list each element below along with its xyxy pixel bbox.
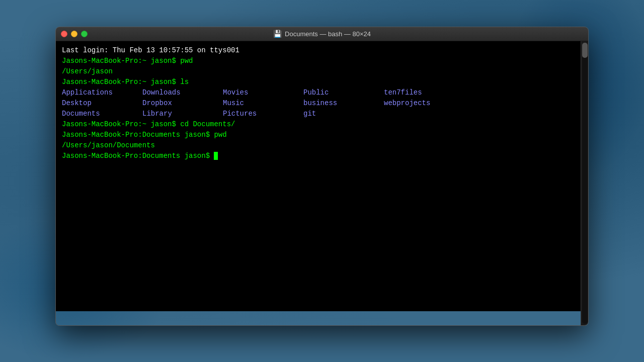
prompt-line-3: Jasons-MacBook-Pro:~ jason$ cd Documents… [62,119,575,130]
dir-ten7files: ten7files [384,87,464,98]
title-bar: 💾 Documents — bash — 80×24 [56,27,588,41]
dir-business: business [303,98,384,109]
dir-applications: Applications [62,87,142,98]
window-controls [61,31,88,37]
directory-listing: Applications Downloads Movies Public ten… [62,87,575,119]
dir-library: Library [142,109,223,119]
dir-public: Public [303,87,384,98]
dir-webprojects: webprojects [384,98,464,109]
terminal-cursor [214,152,218,160]
prompt-line-4: Jasons-MacBook-Pro:Documents jason$ pwd [62,130,575,140]
scrollbar-track [582,43,588,324]
dir-music: Music [223,98,303,109]
dir-desktop: Desktop [62,98,142,109]
pwd-output-4: /Users/jason/Documents [62,140,575,151]
dir-pictures: Pictures [223,109,303,119]
prompt-line-1: Jasons-MacBook-Pro:~ jason$ pwd [62,56,575,66]
dir-git: git [303,109,384,119]
terminal-window: 💾 Documents — bash — 80×24 Last login: T… [55,27,589,326]
terminal-body[interactable]: Last login: Thu Feb 13 10:57:55 on ttys0… [56,41,581,311]
maximize-button[interactable] [81,31,88,37]
last-login-line: Last login: Thu Feb 13 10:57:55 on ttys0… [62,45,575,56]
dir-movies: Movies [223,87,303,98]
dir-dropbox: Dropbox [142,98,223,109]
pwd-output-1: /Users/jason [62,66,575,77]
dir-empty [384,109,464,119]
current-prompt[interactable]: Jasons-MacBook-Pro:Documents jason$ [62,151,575,161]
scrollbar[interactable] [581,41,588,325]
terminal-icon: 💾 [273,30,282,38]
window-title: 💾 Documents — bash — 80×24 [273,30,371,38]
minimize-button[interactable] [71,31,77,37]
scrollbar-thumb[interactable] [582,43,588,58]
dir-documents: Documents [62,109,142,119]
dir-downloads: Downloads [142,87,223,98]
prompt-line-2: Jasons-MacBook-Pro:~ jason$ ls [62,77,575,87]
close-button[interactable] [61,31,67,37]
